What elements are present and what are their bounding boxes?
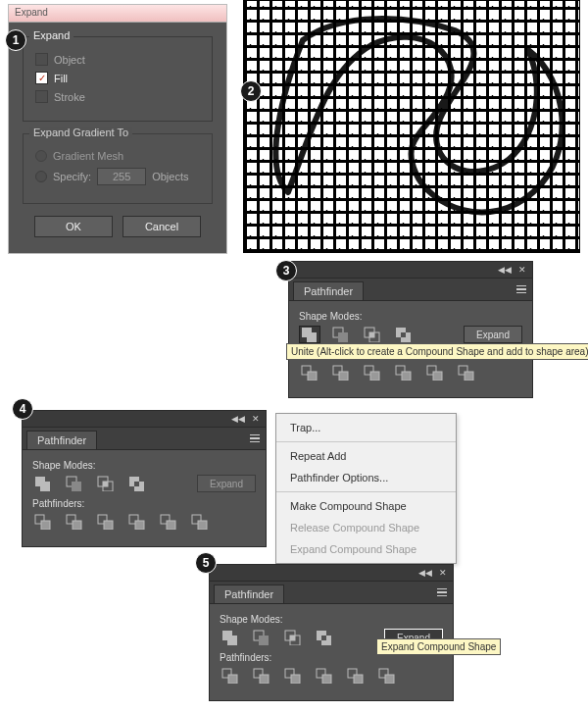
dialog-title: Expand — [9, 5, 226, 23]
label-stroke: Stroke — [54, 91, 85, 103]
artwork-canvas — [243, 0, 580, 253]
checkbox-fill[interactable]: ✓ — [35, 72, 48, 84]
step-badge-3: 3 — [275, 260, 297, 281]
tab-pathfinder[interactable]: Pathfinder — [293, 281, 364, 300]
tab-pathfinder[interactable]: Pathfinder — [26, 431, 97, 449]
pf-merge-icon[interactable] — [95, 513, 117, 531]
checkbox-stroke[interactable] — [35, 90, 48, 103]
collapse-icon[interactable]: ◀◀ — [418, 567, 432, 579]
pf-merge-icon[interactable] — [362, 364, 383, 381]
panel-header: ◀◀ ✕ — [23, 411, 266, 427]
group-expand-title: Expand — [29, 29, 74, 41]
pf-divide-icon[interactable] — [220, 667, 241, 685]
minus-front-icon[interactable] — [330, 326, 352, 343]
close-icon[interactable]: ✕ — [249, 413, 263, 425]
panel-menu-icon[interactable] — [244, 434, 266, 443]
pathfinder-panel-5: ◀◀ ✕ Pathfinder Shape Modes: Expand Path… — [209, 564, 454, 701]
panel-menu-icon[interactable] — [431, 588, 453, 597]
unite-icon[interactable] — [220, 629, 241, 646]
specify-input[interactable]: 255 — [97, 168, 146, 185]
label-shape-modes: Shape Modes: — [32, 460, 256, 471]
expand-button[interactable]: Expand — [464, 326, 522, 343]
pf-crop-icon[interactable] — [393, 364, 415, 381]
unite-icon[interactable] — [32, 475, 54, 492]
pf-divide-icon[interactable] — [299, 364, 320, 381]
pf-trim-icon[interactable] — [330, 364, 352, 381]
intersect-icon[interactable] — [95, 475, 117, 492]
menu-pathfinder-options[interactable]: Pathfinder Options... — [276, 467, 456, 488]
tooltip-unite: Unite (Alt-click to create a Compound Sh… — [286, 343, 588, 360]
panel-menu-icon[interactable] — [511, 285, 532, 294]
step-badge-1: 1 — [5, 29, 26, 51]
menu-separator — [276, 491, 456, 492]
minus-front-icon[interactable] — [251, 629, 272, 646]
collapse-icon[interactable]: ◀◀ — [498, 264, 512, 276]
radio-gradient-mesh[interactable] — [35, 150, 47, 162]
checkbox-object[interactable] — [35, 53, 48, 66]
expand-button[interactable]: Expand — [197, 475, 256, 492]
unite-icon[interactable] — [299, 326, 320, 343]
close-icon[interactable]: ✕ — [436, 567, 450, 579]
pf-outline-icon[interactable] — [424, 364, 446, 381]
panel-context-menu: Trap... Repeat Add Pathfinder Options...… — [275, 413, 457, 564]
label-fill: Fill — [54, 73, 68, 84]
close-icon[interactable]: ✕ — [515, 264, 529, 276]
pathfinder-panel-3: ◀◀ ✕ Pathfinder Shape Modes: Expand Pa — [288, 261, 533, 398]
pf-outline-icon[interactable] — [345, 667, 367, 685]
pf-crop-icon[interactable] — [314, 667, 335, 685]
intersect-icon[interactable] — [282, 629, 304, 646]
pf-trim-icon[interactable] — [64, 513, 85, 531]
pf-divide-icon[interactable] — [32, 513, 54, 531]
cancel-button[interactable]: Cancel — [122, 216, 201, 237]
panel-header: ◀◀ ✕ — [289, 262, 532, 278]
intersect-icon[interactable] — [362, 326, 383, 343]
menu-trap[interactable]: Trap... — [276, 417, 456, 438]
label-specify: Specify: — [53, 171, 91, 182]
menu-make-compound[interactable]: Make Compound Shape — [276, 495, 456, 517]
exclude-icon[interactable] — [393, 326, 415, 343]
tab-pathfinder[interactable]: Pathfinder — [214, 585, 284, 603]
pf-minusback-icon[interactable] — [189, 513, 211, 531]
dot-pattern — [244, 1, 579, 252]
label-gradient-mesh: Gradient Mesh — [53, 150, 123, 162]
exclude-icon[interactable] — [126, 475, 148, 492]
label-object: Object — [54, 54, 85, 66]
radio-specify[interactable] — [35, 171, 47, 182]
menu-separator — [276, 441, 456, 442]
minus-front-icon[interactable] — [64, 475, 85, 492]
exclude-icon[interactable] — [314, 629, 335, 646]
menu-expand-compound[interactable]: Expand Compound Shape — [276, 538, 456, 560]
label-shape-modes: Shape Modes: — [299, 311, 522, 322]
pf-outline-icon[interactable] — [158, 513, 179, 531]
ok-button[interactable]: OK — [34, 216, 113, 237]
expand-dialog: Expand Expand Object ✓ Fill Stroke Expan… — [8, 4, 227, 254]
tooltip-expand-compound: Expand Compound Shape — [376, 638, 501, 655]
group-gradient-title: Expand Gradient To — [29, 127, 132, 138]
pf-minusback-icon[interactable] — [456, 364, 477, 381]
step-badge-4: 4 — [12, 398, 33, 420]
label-objects: Objects — [152, 171, 188, 182]
pf-crop-icon[interactable] — [126, 513, 148, 531]
label-shape-modes: Shape Modes: — [220, 614, 443, 625]
pf-trim-icon[interactable] — [251, 667, 272, 685]
menu-repeat-add[interactable]: Repeat Add — [276, 445, 456, 467]
panel-header: ◀◀ ✕ — [210, 565, 453, 581]
collapse-icon[interactable]: ◀◀ — [231, 413, 245, 425]
label-pathfinders: Pathfinders: — [32, 498, 256, 509]
menu-release-compound[interactable]: Release Compound Shape — [276, 517, 456, 538]
pathfinder-panel-4: ◀◀ ✕ Pathfinder Shape Modes: Expand Path… — [22, 410, 267, 547]
step-badge-5: 5 — [195, 552, 217, 574]
pf-minusback-icon[interactable] — [376, 667, 398, 685]
pf-merge-icon[interactable] — [282, 667, 304, 685]
step-badge-2: 2 — [240, 80, 262, 102]
